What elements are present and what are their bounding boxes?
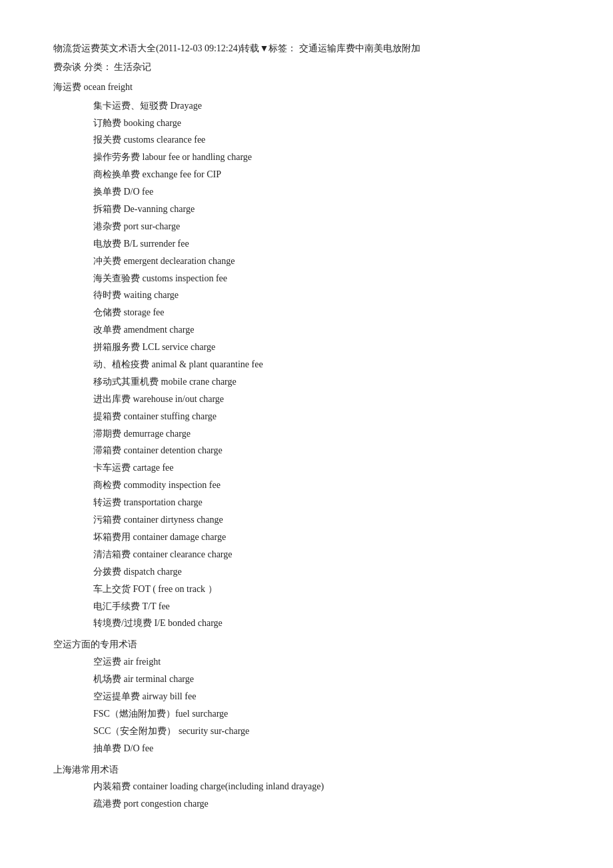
indent-item-31: 转境费/过境费 I/E bonded charge xyxy=(53,615,560,632)
item-text-37: SCC（安全附加费） security sur-charge xyxy=(93,726,249,736)
indent-item-17: 移动式其重机费 mobile crane charge xyxy=(53,373,560,391)
indent-item-41: 疏港费 port congestion charge xyxy=(53,795,560,813)
indent-item-22: 卡车运费 cartage fee xyxy=(53,459,560,477)
item-text-7: 拆箱费 De-vanning charge xyxy=(93,204,195,214)
indent-item-6: 换单费 D/O fee xyxy=(53,183,560,201)
item-text-29: 车上交货 FOT ( free on track ） xyxy=(93,584,217,594)
item-text-40: 内装箱费 container loading charge(including … xyxy=(93,781,324,791)
item-text-23: 商检费 commodity inspection fee xyxy=(93,480,221,490)
item-text-28: 分拨费 dispatch charge xyxy=(93,567,182,577)
item-text-0: 海运费 ocean freight xyxy=(53,82,133,92)
indent-item-1: 集卡运费、短驳费 Drayage xyxy=(53,97,560,115)
item-text-8: 港杂费 port sur-charge xyxy=(93,221,180,231)
item-text-9: 电放费 B/L surrender fee xyxy=(93,239,189,249)
indent-item-38: 抽单费 D/O fee xyxy=(53,740,560,757)
indent-item-30: 电汇手续费 T/T fee xyxy=(53,598,560,615)
indent-item-37: SCC（安全附加费） security sur-charge xyxy=(53,723,560,740)
item-text-34: 机场费 air terminal charge xyxy=(93,674,194,684)
item-text-21: 滞箱费 container detention charge xyxy=(93,445,223,455)
indent-item-12: 待时费 waiting charge xyxy=(53,287,560,304)
item-text-22: 卡车运费 cartage fee xyxy=(93,463,174,473)
indent-item-20: 滞期费 demurrage charge xyxy=(53,425,560,443)
item-text-10: 冲关费 emergent declearation change xyxy=(93,256,235,266)
item-text-15: 拼箱服务费 LCL service charge xyxy=(93,342,215,352)
content-area: 海运费 ocean freight集卡运费、短驳费 Drayage订舱费 boo… xyxy=(53,79,560,813)
indent-item-25: 污箱费 container dirtyness change xyxy=(53,511,560,529)
item-text-11: 海关查验费 customs inspection fee xyxy=(93,273,227,283)
item-text-38: 抽单费 D/O fee xyxy=(93,743,153,753)
indent-item-23: 商检费 commodity inspection fee xyxy=(53,477,560,494)
item-text-2: 订舱费 booking charge xyxy=(93,118,181,128)
indent-item-13: 仓储费 storage fee xyxy=(53,304,560,321)
indent-item-8: 港杂费 port sur-charge xyxy=(53,218,560,235)
indent-item-18: 进出库费 warehouse in/out charge xyxy=(53,391,560,408)
indent-item-14: 改单费 amendment charge xyxy=(53,321,560,339)
item-text-1: 集卡运费、短驳费 Drayage xyxy=(93,101,202,111)
indent-item-27: 清洁箱费 container clearance charge xyxy=(53,546,560,563)
indent-item-35: 空运提单费 airway bill fee xyxy=(53,688,560,705)
item-text-13: 仓储费 storage fee xyxy=(93,307,165,317)
item-text-26: 坏箱费用 container damage charge xyxy=(93,532,226,542)
item-text-4: 操作劳务费 labour fee or handling charge xyxy=(93,152,252,162)
item-text-20: 滞期费 demurrage charge xyxy=(93,429,191,439)
item-text-32: 空运方面的专用术语 xyxy=(53,639,137,649)
indent-item-5: 商检换单费 exchange fee for CIP xyxy=(53,166,560,183)
indent-item-40: 内装箱费 container loading charge(including … xyxy=(53,778,560,795)
item-text-30: 电汇手续费 T/T fee xyxy=(93,601,170,611)
item-text-14: 改单费 amendment charge xyxy=(93,325,194,335)
indent-item-16: 动、植检疫费 animal & plant quarantine fee xyxy=(53,356,560,373)
indent-item-28: 分拨费 dispatch charge xyxy=(53,563,560,581)
item-text-41: 疏港费 port congestion charge xyxy=(93,799,209,809)
item-text-33: 空运费 air freight xyxy=(93,657,161,667)
header-text-line1: 物流货运费英文术语大全(2011-12-03 09:12:24)转载▼标签： 交… xyxy=(53,43,420,53)
item-text-16: 动、植检疫费 animal & plant quarantine fee xyxy=(93,359,263,369)
indent-item-29: 车上交货 FOT ( free on track ） xyxy=(53,581,560,598)
indent-item-3: 报关费 customs clearance fee xyxy=(53,131,560,149)
item-text-39: 上海港常用术语 xyxy=(53,765,119,775)
sub-section-title-39: 上海港常用术语 xyxy=(53,761,560,779)
sub-section-title-32: 空运方面的专用术语 xyxy=(53,636,560,653)
item-text-17: 移动式其重机费 mobile crane charge xyxy=(93,377,237,387)
item-text-12: 待时费 waiting charge xyxy=(93,290,179,300)
item-text-19: 提箱费 container stuffing charge xyxy=(93,411,217,421)
header-line2: 费杂谈 分类： 生活杂记 xyxy=(53,59,560,76)
item-text-6: 换单费 D/O fee xyxy=(93,187,153,197)
item-text-31: 转境费/过境费 I/E bonded charge xyxy=(93,618,223,628)
item-text-36: FSC（燃油附加费）fuel surcharge xyxy=(93,709,228,719)
section-title-0: 海运费 ocean freight xyxy=(53,79,560,96)
item-text-27: 清洁箱费 container clearance charge xyxy=(93,549,232,559)
indent-item-24: 转运费 transportation charge xyxy=(53,494,560,511)
indent-item-21: 滞箱费 container detention charge xyxy=(53,442,560,459)
indent-item-33: 空运费 air freight xyxy=(53,653,560,671)
item-text-24: 转运费 transportation charge xyxy=(93,497,203,507)
header-line1: 物流货运费英文术语大全(2011-12-03 09:12:24)转载▼标签： 交… xyxy=(53,40,560,57)
indent-item-2: 订舱费 booking charge xyxy=(53,115,560,132)
item-text-35: 空运提单费 airway bill fee xyxy=(93,691,196,701)
item-text-25: 污箱费 container dirtyness change xyxy=(93,515,223,525)
indent-item-10: 冲关费 emergent declearation change xyxy=(53,253,560,270)
header-text-line2: 费杂谈 分类： 生活杂记 xyxy=(53,62,151,72)
indent-item-34: 机场费 air terminal charge xyxy=(53,671,560,688)
indent-item-7: 拆箱费 De-vanning charge xyxy=(53,201,560,218)
indent-item-11: 海关查验费 customs inspection fee xyxy=(53,270,560,287)
indent-item-26: 坏箱费用 container damage charge xyxy=(53,529,560,546)
item-text-3: 报关费 customs clearance fee xyxy=(93,135,205,145)
page-container: 物流货运费英文术语大全(2011-12-03 09:12:24)转载▼标签： 交… xyxy=(53,40,560,813)
indent-item-15: 拼箱服务费 LCL service charge xyxy=(53,339,560,356)
item-text-5: 商检换单费 exchange fee for CIP xyxy=(93,169,221,179)
indent-item-36: FSC（燃油附加费）fuel surcharge xyxy=(53,705,560,723)
indent-item-9: 电放费 B/L surrender fee xyxy=(53,235,560,253)
item-text-18: 进出库费 warehouse in/out charge xyxy=(93,394,224,404)
indent-item-4: 操作劳务费 labour fee or handling charge xyxy=(53,149,560,166)
indent-item-19: 提箱费 container stuffing charge xyxy=(53,408,560,425)
